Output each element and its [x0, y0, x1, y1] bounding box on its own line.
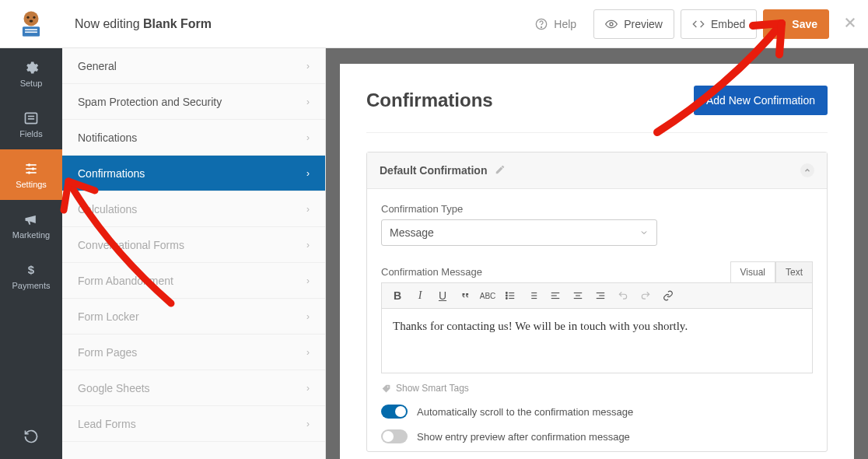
- dollar-icon: $: [23, 262, 39, 278]
- chevron-right-icon: ›: [306, 132, 310, 143]
- nav-payments[interactable]: $ Payments: [0, 251, 62, 301]
- toolbar-align-center[interactable]: [572, 289, 584, 302]
- sidebar-item-general[interactable]: General›: [62, 48, 325, 84]
- form-name: Blank Form: [143, 17, 212, 30]
- confirmation-header[interactable]: Default Confirmation: [367, 152, 827, 189]
- svg-text:$: $: [28, 263, 35, 276]
- link-icon: [663, 290, 674, 301]
- quote-icon: [460, 290, 471, 301]
- chevron-right-icon: ›: [306, 419, 310, 429]
- toolbar-strikethrough[interactable]: ABC: [481, 289, 494, 302]
- sidebar-item-confirmations[interactable]: Confirmations›: [62, 156, 325, 191]
- sidebar-item-label: Lead Forms: [78, 418, 136, 430]
- toolbar-bold[interactable]: B: [391, 289, 404, 302]
- app-logo: [0, 0, 62, 47]
- sidebar-item-google-sheets[interactable]: Google Sheets›: [62, 370, 325, 406]
- svg-point-23: [506, 295, 507, 296]
- collapse-button[interactable]: [800, 163, 814, 177]
- close-icon: [843, 16, 857, 30]
- sidebar-item-label: Spam Protection and Security: [78, 96, 222, 108]
- preview-button[interactable]: Preview: [593, 9, 674, 39]
- toolbar-numbered-list[interactable]: [527, 289, 539, 302]
- sidebar-item-calculations[interactable]: Calculations›: [62, 191, 325, 227]
- list-ul-icon: [505, 290, 516, 301]
- left-nav: Setup Fields Settings Marketing $ Paymen…: [0, 48, 62, 459]
- gear-icon: [23, 60, 39, 75]
- sidebar-item-spam-protection-and-security[interactable]: Spam Protection and Security›: [62, 84, 325, 120]
- sidebar-item-form-abandonment[interactable]: Form Abandonment›: [62, 263, 325, 299]
- toggle-entry-preview[interactable]: [381, 429, 408, 443]
- nav-setup[interactable]: Setup: [0, 48, 62, 99]
- chevron-right-icon: ›: [306, 383, 310, 394]
- confirmation-type-select[interactable]: Message: [381, 219, 657, 246]
- sidebar-item-label: Calculations: [78, 203, 137, 215]
- bullhorn-icon: [23, 212, 39, 227]
- check-icon: [775, 19, 786, 30]
- svg-point-19: [32, 167, 34, 170]
- editor-toolbar: B I U ABC: [382, 283, 812, 309]
- sidebar-item-conversational-forms[interactable]: Conversational Forms›: [62, 227, 325, 263]
- message-editor: B I U ABC: [381, 282, 813, 373]
- tab-text[interactable]: Text: [775, 261, 813, 282]
- save-button[interactable]: Save: [763, 9, 829, 39]
- editor-textarea[interactable]: Thanks for contacting us! We will be in …: [382, 309, 812, 373]
- editor-tabs: Visual Text: [730, 261, 813, 282]
- toolbar-link[interactable]: [662, 289, 674, 302]
- nav-setup-label: Setup: [20, 79, 43, 88]
- toolbar-align-left[interactable]: [549, 289, 562, 302]
- topbar: Now editing Blank Form Help Preview Embe…: [0, 0, 868, 48]
- form-icon: [23, 110, 39, 126]
- toolbar-undo[interactable]: [617, 289, 629, 302]
- list-ol-icon: [527, 290, 538, 301]
- chevron-right-icon: ›: [306, 275, 310, 286]
- svg-point-22: [506, 293, 507, 294]
- sidebar-item-label: Google Sheets: [78, 382, 150, 394]
- chevron-right-icon: ›: [306, 61, 310, 72]
- wpforms-logo-icon: [16, 9, 46, 39]
- sidebar-item-form-pages[interactable]: Form Pages›: [62, 335, 325, 370]
- editing-title: Now editing Blank Form: [62, 17, 212, 31]
- toolbar-redo[interactable]: [639, 289, 652, 302]
- svg-point-40: [387, 386, 389, 387]
- svg-rect-5: [25, 29, 37, 30]
- nav-payments-label: Payments: [12, 281, 51, 290]
- add-new-confirmation-button[interactable]: Add New Confirmation: [694, 86, 828, 115]
- sidebar-item-label: Form Abandonment: [78, 275, 173, 287]
- sidebar-item-notifications[interactable]: Notifications›: [62, 120, 325, 156]
- embed-label: Embed: [711, 18, 745, 30]
- sidebar-item-lead-forms[interactable]: Lead Forms›: [62, 406, 325, 442]
- nav-settings[interactable]: Settings: [0, 149, 62, 200]
- show-smart-tags-button[interactable]: Show Smart Tags: [381, 383, 813, 394]
- tab-visual[interactable]: Visual: [730, 261, 775, 282]
- toggle-entry-preview-row: Show entry preview after confirmation me…: [381, 429, 813, 443]
- toolbar-italic[interactable]: I: [414, 289, 426, 302]
- nav-history[interactable]: [0, 414, 62, 459]
- nav-fields-label: Fields: [19, 129, 42, 138]
- nav-marketing-label: Marketing: [12, 230, 50, 240]
- svg-rect-6: [25, 31, 37, 33]
- sidebar-item-label: Form Locker: [78, 310, 139, 323]
- embed-button[interactable]: Embed: [681, 9, 757, 39]
- sidebar-item-label: Notifications: [78, 131, 137, 144]
- toolbar-blockquote[interactable]: [459, 289, 471, 302]
- toggle-autoscroll[interactable]: [381, 405, 408, 419]
- confirmation-type-label: Confirmation Type: [381, 203, 813, 215]
- redo-icon: [640, 290, 651, 301]
- sidebar-item-form-locker[interactable]: Form Locker›: [62, 299, 325, 335]
- chevron-right-icon: ›: [306, 96, 310, 107]
- toolbar-bullet-list[interactable]: [504, 289, 516, 302]
- nav-marketing[interactable]: Marketing: [0, 200, 62, 251]
- edit-name-button[interactable]: [495, 164, 506, 177]
- confirmation-type-value: Message: [390, 226, 434, 239]
- toolbar-align-right[interactable]: [594, 289, 607, 302]
- nav-fields[interactable]: Fields: [0, 99, 62, 149]
- save-label: Save: [792, 18, 817, 30]
- toolbar-underline[interactable]: U: [436, 289, 449, 302]
- confirmation-name: Default Confirmation: [380, 164, 487, 177]
- chevron-right-icon: ›: [306, 347, 310, 358]
- help-button[interactable]: Help: [524, 9, 587, 39]
- editing-prefix: Now editing: [75, 17, 143, 30]
- chevron-right-icon: ›: [306, 204, 310, 215]
- close-button[interactable]: [843, 14, 857, 34]
- settings-sidebar: General›Spam Protection and Security›Not…: [62, 48, 326, 459]
